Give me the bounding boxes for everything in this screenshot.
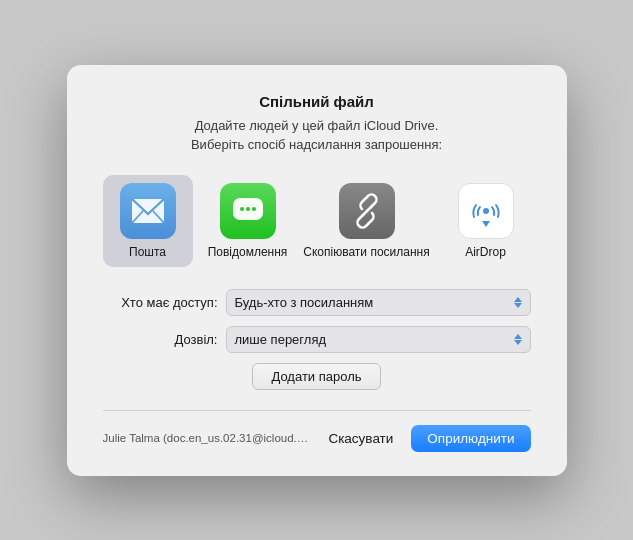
svg-point-5 xyxy=(246,207,250,211)
svg-point-6 xyxy=(252,207,256,211)
copy-link-label: Скопіювати посилання xyxy=(303,245,429,259)
copy-link-icon xyxy=(339,183,395,239)
share-option-mail[interactable]: Пошта xyxy=(103,175,193,267)
svg-point-4 xyxy=(240,207,244,211)
share-dialog: Спільний файл Додайте людей у цей файл i… xyxy=(67,65,567,476)
messages-label: Повідомлення xyxy=(208,245,288,259)
arrow-down-icon xyxy=(514,340,522,345)
mail-icon xyxy=(120,183,176,239)
share-option-airdrop[interactable]: AirDrop xyxy=(441,175,531,267)
publish-button[interactable]: Оприлюднити xyxy=(411,425,530,452)
svg-line-7 xyxy=(363,207,371,215)
dialog-subtitle: Додайте людей у цей файл iCloud Drive. В… xyxy=(103,116,531,155)
arrow-up-icon xyxy=(514,334,522,339)
footer-user: Julie Talma (doc.en_us.02.31@icloud.com) xyxy=(103,432,311,444)
airdrop-icon xyxy=(458,183,514,239)
permission-select[interactable]: лише перегляд xyxy=(226,326,531,353)
access-select-arrows xyxy=(514,297,522,308)
share-options-bar: Пошта Повідомлення xyxy=(103,175,531,267)
arrow-down-icon xyxy=(514,303,522,308)
permission-select-arrows xyxy=(514,334,522,345)
mail-label: Пошта xyxy=(129,245,166,259)
permission-value: лише перегляд xyxy=(235,332,327,347)
access-row: Хто має доступ: Будь-хто з посиланням xyxy=(103,289,531,316)
dialog-footer: Julie Talma (doc.en_us.02.31@icloud.com)… xyxy=(103,410,531,452)
share-option-copy-link[interactable]: Скопіювати посилання xyxy=(303,175,431,267)
access-select[interactable]: Будь-хто з посиланням xyxy=(226,289,531,316)
access-value: Будь-хто з посиланням xyxy=(235,295,374,310)
cancel-button[interactable]: Скасувати xyxy=(320,427,401,450)
messages-icon xyxy=(220,183,276,239)
add-password-button[interactable]: Додати пароль xyxy=(252,363,380,390)
share-option-messages[interactable]: Повідомлення xyxy=(203,175,293,267)
svg-point-8 xyxy=(483,208,489,214)
permission-row: Дозвіл: лише перегляд xyxy=(103,326,531,353)
arrow-up-icon xyxy=(514,297,522,302)
dialog-title: Спільний файл xyxy=(103,93,531,110)
airdrop-label: AirDrop xyxy=(465,245,506,259)
permission-label: Дозвіл: xyxy=(103,332,218,347)
add-password-row: Додати пароль xyxy=(103,363,531,390)
access-label: Хто має доступ: xyxy=(103,295,218,310)
